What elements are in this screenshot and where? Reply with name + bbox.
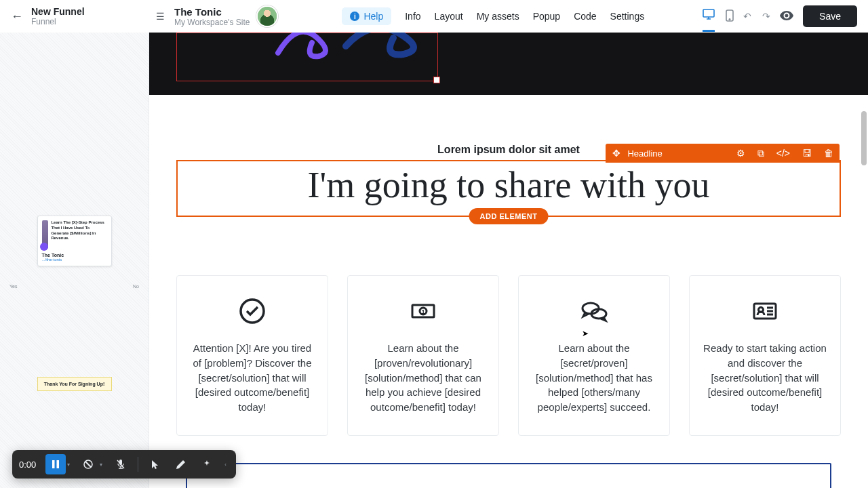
- site-title: The Tonic: [174, 6, 250, 18]
- back-arrow-icon[interactable]: ←: [11, 9, 23, 24]
- card-link: .../the-tonic: [42, 258, 107, 262]
- comments-icon: [531, 296, 657, 326]
- cursor-icon: ➤: [582, 329, 589, 338]
- svg-rect-0: [703, 9, 714, 17]
- pencil-icon[interactable]: [171, 454, 191, 474]
- content-section: Lorem ipsum dolor sit amet ✥ Headline ⚙ …: [149, 95, 868, 488]
- save-button[interactable]: Save: [803, 5, 857, 27]
- nav-layout[interactable]: Layout: [435, 11, 463, 22]
- trash-icon[interactable]: 🗑: [818, 148, 840, 159]
- undo-icon[interactable]: ↶: [743, 11, 751, 22]
- code-icon[interactable]: </>: [770, 148, 796, 159]
- feature-text: Attention [X]! Are you tired of [problem…: [189, 341, 315, 415]
- gear-icon[interactable]: ⚙: [730, 148, 751, 159]
- chevron-down-icon[interactable]: ▾: [67, 462, 70, 468]
- scrollbar-thumb[interactable]: [861, 111, 867, 165]
- feature-card-3[interactable]: Learn about the [secret/proven] [solutio…: [518, 275, 670, 436]
- feature-text: Learn about the [secret/proven] [solutio…: [531, 341, 657, 415]
- card-site-name: The Tonic: [42, 253, 107, 258]
- menu-icon[interactable]: ☰: [156, 11, 165, 22]
- stop-icon[interactable]: [78, 454, 98, 474]
- sidebar: Learn The [X]-Step Process That I Have U…: [0, 33, 149, 488]
- nav-popup[interactable]: Popup: [533, 11, 560, 22]
- recorder-time: 0:00: [19, 460, 36, 470]
- svg-text:1: 1: [421, 308, 425, 315]
- card-thumbnail: [42, 220, 49, 249]
- chevron-down-icon[interactable]: ▾: [100, 462, 102, 468]
- cursor-icon[interactable]: [145, 454, 165, 474]
- topbar-left: ← New Funnel Funnel: [11, 6, 149, 26]
- canvas[interactable]: Lorem ipsum dolor sit amet ✥ Headline ⚙ …: [149, 33, 868, 488]
- card-text: Learn The [X]-Step Process That I Have U…: [51, 220, 106, 249]
- nav-settings[interactable]: Settings: [610, 11, 645, 22]
- saveblock-icon[interactable]: 🖫: [796, 148, 818, 159]
- scrollbar[interactable]: [861, 33, 867, 168]
- history-controls: ↶ ↷: [743, 11, 770, 22]
- help-label: Help: [363, 11, 383, 22]
- funnel-step-card[interactable]: Learn The [X]-Step Process That I Have U…: [37, 216, 112, 266]
- topbar: ← New Funnel Funnel ☰ The Tonic My Works…: [0, 0, 868, 33]
- chevron-left-icon[interactable]: ‹: [224, 462, 226, 468]
- headline-element[interactable]: ✥ Headline ⚙ ⧉ </> 🖫 🗑 I'm going to shar…: [176, 160, 841, 217]
- pause-icon[interactable]: [45, 454, 66, 474]
- funnel-step-thankyou[interactable]: Thank You For Signing Up!: [37, 377, 112, 391]
- redo-icon[interactable]: ↷: [762, 11, 770, 22]
- headline-text[interactable]: I'm going to share with you: [191, 164, 826, 206]
- funnel-subtitle: Funnel: [31, 17, 85, 26]
- squiggle-graphic: [271, 33, 434, 66]
- id-card-icon: [702, 296, 828, 326]
- svg-rect-11: [52, 460, 55, 468]
- preview-icon[interactable]: [780, 11, 793, 22]
- avatar[interactable]: [256, 5, 278, 27]
- feature-cards-row: Attention [X]! Are you tired of [problem…: [176, 275, 841, 436]
- next-section-outline[interactable]: [186, 463, 831, 488]
- wand-icon[interactable]: [197, 454, 217, 474]
- move-icon[interactable]: ✥: [606, 148, 627, 159]
- svg-rect-12: [57, 460, 60, 468]
- feature-text: Ready to start taking action and discove…: [702, 341, 828, 415]
- branch-labels: Yes No: [7, 284, 142, 289]
- desktop-icon[interactable]: [703, 9, 715, 32]
- hero-section[interactable]: [149, 33, 868, 95]
- feature-card-1[interactable]: Attention [X]! Are you tired of [problem…: [176, 275, 328, 436]
- element-toolbar: ✥ Headline ⚙ ⧉ </> 🖫 🗑: [606, 144, 840, 163]
- site-info: The Tonic My Workspace's Site: [174, 6, 250, 27]
- feature-text: Learn about the [proven/revolutionary] […: [360, 341, 486, 415]
- separator: [138, 457, 138, 472]
- branch-yes: Yes: [9, 284, 17, 289]
- site-subtitle: My Workspace's Site: [174, 18, 250, 27]
- copy-icon[interactable]: ⧉: [751, 148, 770, 159]
- nav-info[interactable]: Info: [405, 11, 420, 22]
- feature-card-2[interactable]: 1 Learn about the [proven/revolutionary]…: [347, 275, 499, 436]
- check-circle-icon: [189, 296, 315, 326]
- toolbar-label: Headline: [627, 148, 730, 159]
- nav-code[interactable]: Code: [574, 11, 596, 22]
- nav-assets[interactable]: My assets: [477, 11, 519, 22]
- mobile-icon[interactable]: [726, 9, 734, 32]
- device-toggle: [703, 9, 734, 24]
- funnel-info[interactable]: New Funnel Funnel: [31, 6, 85, 26]
- recorder-bar: 0:00 ▾ ▾ ‹: [12, 450, 236, 479]
- nav-right: ↶ ↷ Save: [703, 5, 857, 27]
- mic-mute-icon[interactable]: [111, 454, 131, 474]
- feature-card-4[interactable]: Ready to start taking action and discove…: [689, 275, 841, 436]
- branch-no: No: [133, 284, 139, 289]
- info-icon: i: [350, 12, 359, 21]
- nav-center: i Help Info Layout My assets Popup Code …: [342, 7, 644, 25]
- funnel-title: New Funnel: [31, 6, 85, 17]
- add-element-button[interactable]: ADD ELEMENT: [469, 208, 549, 224]
- money-icon: 1: [360, 296, 486, 326]
- help-button[interactable]: i Help: [342, 7, 391, 25]
- svg-point-2: [729, 18, 730, 20]
